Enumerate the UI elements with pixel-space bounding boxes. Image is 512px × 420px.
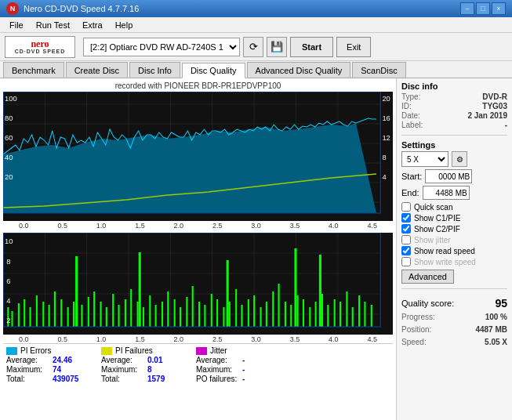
window-title: Nero CD-DVD Speed 4.7.7.16	[24, 4, 139, 13]
menu-help[interactable]: Help	[109, 19, 140, 31]
svg-rect-75	[223, 307, 224, 327]
jitter-label: Jitter	[210, 346, 227, 355]
show-read-speed-row[interactable]: Show read speed	[401, 246, 507, 255]
maximize-button[interactable]: □	[476, 2, 490, 15]
menu-run-test[interactable]: Run Test	[30, 19, 76, 31]
nero-logo: nero CD·DVD SPEED	[5, 36, 75, 58]
svg-rect-46	[42, 302, 44, 327]
quick-scan-label: Quick scan	[414, 203, 452, 212]
settings-section: Settings 5 X ⚙ Start: End: Quick scan	[401, 140, 507, 284]
svg-rect-101	[139, 252, 141, 327]
svg-text:20: 20	[382, 95, 390, 103]
svg-text:16: 16	[382, 114, 390, 122]
settings-start-label: Start:	[401, 172, 422, 181]
svg-rect-97	[358, 295, 360, 327]
settings-speed-row[interactable]: 5 X ⚙	[401, 151, 507, 167]
save-icon[interactable]: 💾	[267, 37, 287, 57]
right-panel: Disc info Type: DVD-R ID: TYG03 Date: 2 …	[396, 78, 512, 420]
menu-extra[interactable]: Extra	[76, 19, 109, 31]
window-controls[interactable]: − □ ×	[460, 2, 506, 15]
show-read-speed-checkbox[interactable]	[401, 246, 411, 255]
advanced-button[interactable]: Advanced	[401, 270, 454, 284]
svg-rect-50	[67, 307, 69, 327]
svg-rect-65	[162, 302, 163, 327]
show-c1-pie-row[interactable]: Show C1/PIE	[401, 213, 507, 223]
svg-rect-104	[319, 255, 321, 327]
show-jitter-row[interactable]: Show jitter	[401, 235, 507, 244]
jitter-max-label: Maximum:	[196, 365, 239, 374]
svg-rect-57	[112, 294, 114, 327]
tab-advanced-disc-quality[interactable]: Advanced Disc Quality	[247, 62, 351, 78]
main-content: recorded with PIONEER BDR-PR1EPDVPP100	[0, 78, 512, 420]
svg-text:12: 12	[382, 134, 390, 142]
svg-rect-60	[130, 289, 132, 327]
svg-rect-103	[294, 248, 296, 327]
disc-type-value: DVD-R	[482, 92, 507, 101]
show-c2-pif-row[interactable]: Show C2/PIF	[401, 224, 507, 234]
show-c1-pie-checkbox[interactable]	[401, 213, 411, 223]
pi-errors-total-value: 439075	[53, 375, 92, 383]
settings-icon[interactable]: ⚙	[452, 151, 467, 167]
disc-info-section: Disc info Type: DVD-R ID: TYG03 Date: 2 …	[401, 81, 507, 130]
show-write-speed-row[interactable]: Show write speed	[401, 257, 507, 266]
svg-rect-85	[285, 302, 286, 327]
pi-failures-max-value: 8	[147, 365, 187, 374]
svg-rect-80	[253, 295, 255, 327]
upper-chart: 20 16 12 8 4 100 80 60 40 20	[3, 92, 393, 221]
show-c2-pif-checkbox[interactable]	[401, 224, 411, 234]
quick-scan-row[interactable]: Quick scan	[401, 202, 507, 212]
tab-create-disc[interactable]: Create Disc	[66, 62, 128, 78]
svg-rect-63	[149, 295, 151, 327]
settings-end-input[interactable]	[423, 186, 470, 200]
svg-rect-82	[266, 302, 267, 327]
show-jitter-checkbox[interactable]	[401, 235, 411, 244]
svg-rect-77	[235, 289, 237, 327]
pi-failures-label: PI Failures	[115, 346, 153, 355]
chart-subtitle: recorded with PIONEER BDR-PR1EPDVPP100	[3, 81, 393, 90]
speed-value: 5.05 X	[485, 338, 507, 346]
svg-text:8: 8	[6, 258, 10, 266]
show-write-speed-checkbox[interactable]	[401, 257, 411, 266]
pi-failures-total-value: 1579	[147, 375, 187, 383]
svg-rect-51	[73, 302, 74, 327]
lower-x-axis: 0.0 0.5 1.0 1.5 2.0 2.5 3.0 3.5 4.0 4.5	[3, 335, 393, 343]
speed-label: Speed:	[401, 338, 427, 346]
svg-text:80: 80	[5, 114, 13, 122]
nero-logo-bottom: CD·DVD SPEED	[15, 49, 66, 54]
po-failures-label: PO failures:	[196, 375, 239, 383]
refresh-icon[interactable]: ⟳	[243, 37, 263, 57]
disc-type-label: Type:	[401, 92, 420, 101]
svg-rect-95	[346, 291, 347, 327]
svg-text:8: 8	[382, 154, 386, 161]
disc-disc-label: Label:	[401, 121, 423, 129]
menu-file[interactable]: File	[3, 19, 30, 31]
svg-rect-64	[155, 305, 157, 327]
svg-rect-72	[204, 305, 205, 327]
pi-errors-color	[6, 347, 17, 355]
exit-button[interactable]: Exit	[336, 37, 371, 57]
settings-title: Settings	[401, 140, 507, 150]
minimize-button[interactable]: −	[460, 2, 474, 15]
speed-select[interactable]: 5 X	[401, 151, 448, 167]
quality-score-label: Quality score:	[401, 299, 454, 308]
start-button[interactable]: Start	[290, 37, 333, 57]
jitter-max-value: -	[242, 365, 281, 374]
svg-rect-61	[137, 302, 139, 327]
settings-start-row: Start:	[401, 169, 507, 183]
close-button[interactable]: ×	[492, 2, 506, 15]
svg-rect-91	[321, 294, 323, 327]
quick-scan-checkbox[interactable]	[401, 202, 411, 212]
tab-benchmark[interactable]: Benchmark	[3, 62, 64, 78]
drive-selector[interactable]: [2:2] Optiarc DVD RW AD-7240S 1.04	[83, 38, 240, 56]
tab-scandisc[interactable]: ScanDisc	[352, 62, 405, 78]
svg-rect-74	[216, 299, 218, 327]
settings-start-input[interactable]	[425, 169, 472, 183]
svg-rect-73	[211, 294, 212, 327]
tab-disc-info[interactable]: Disc Info	[129, 62, 180, 78]
svg-rect-98	[364, 302, 365, 327]
legend-jitter: Jitter Average: - Maximum: - PO failures…	[196, 346, 281, 384]
quality-score-row: Quality score: 95	[401, 297, 507, 310]
tab-disc-quality[interactable]: Disc Quality	[182, 63, 245, 78]
svg-rect-88	[303, 299, 304, 327]
svg-rect-59	[125, 299, 126, 327]
